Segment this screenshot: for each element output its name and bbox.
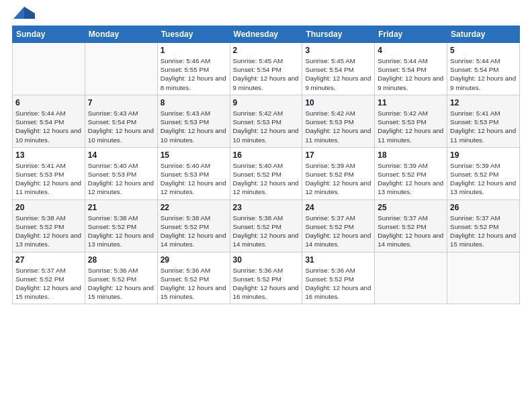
day-info: Sunrise: 5:36 AM Sunset: 5:52 PM Dayligh… bbox=[161, 266, 227, 302]
day-number: 8 bbox=[161, 98, 227, 107]
day-info: Sunrise: 5:46 AM Sunset: 5:55 PM Dayligh… bbox=[161, 56, 227, 92]
day-info: Sunrise: 5:40 AM Sunset: 5:52 PM Dayligh… bbox=[233, 161, 300, 197]
day-number: 12 bbox=[450, 98, 517, 107]
calendar-cell: 8Sunrise: 5:43 AM Sunset: 5:53 PM Daylig… bbox=[157, 95, 230, 147]
day-info: Sunrise: 5:43 AM Sunset: 5:53 PM Dayligh… bbox=[161, 109, 227, 144]
day-number: 26 bbox=[450, 203, 517, 212]
calendar-cell: 29Sunrise: 5:36 AM Sunset: 5:52 PM Dayli… bbox=[157, 252, 230, 304]
calendar-cell: 4Sunrise: 5:44 AM Sunset: 5:54 PM Daylig… bbox=[375, 43, 447, 95]
day-info: Sunrise: 5:37 AM Sunset: 5:52 PM Dayligh… bbox=[15, 266, 82, 302]
calendar-cell: 23Sunrise: 5:38 AM Sunset: 5:52 PM Dayli… bbox=[230, 199, 302, 252]
day-info: Sunrise: 5:42 AM Sunset: 5:53 PM Dayligh… bbox=[305, 109, 371, 144]
day-number: 6 bbox=[15, 98, 82, 107]
calendar-table: SundayMondayTuesdayWednesdayThursdayFrid… bbox=[12, 26, 520, 304]
day-number: 20 bbox=[15, 203, 82, 212]
calendar-cell: 9Sunrise: 5:42 AM Sunset: 5:53 PM Daylig… bbox=[230, 95, 302, 147]
day-number: 30 bbox=[233, 255, 300, 265]
day-info: Sunrise: 5:41 AM Sunset: 5:53 PM Dayligh… bbox=[15, 161, 82, 197]
day-number: 3 bbox=[305, 46, 371, 55]
day-number: 14 bbox=[88, 150, 154, 160]
calendar-week-3: 13Sunrise: 5:41 AM Sunset: 5:53 PM Dayli… bbox=[13, 147, 520, 199]
calendar-cell: 3Sunrise: 5:45 AM Sunset: 5:54 PM Daylig… bbox=[302, 43, 375, 95]
calendar-cell: 22Sunrise: 5:38 AM Sunset: 5:52 PM Dayli… bbox=[157, 199, 230, 252]
calendar-cell bbox=[447, 252, 520, 304]
weekday-header-saturday: Saturday bbox=[447, 26, 520, 43]
calendar-cell: 21Sunrise: 5:38 AM Sunset: 5:52 PM Dayli… bbox=[85, 199, 157, 252]
calendar-week-4: 20Sunrise: 5:38 AM Sunset: 5:52 PM Dayli… bbox=[13, 199, 520, 252]
calendar-cell: 20Sunrise: 5:38 AM Sunset: 5:52 PM Dayli… bbox=[13, 199, 85, 252]
page: SundayMondayTuesdayWednesdayThursdayFrid… bbox=[0, 0, 532, 411]
day-number: 2 bbox=[233, 46, 300, 55]
calendar-week-5: 27Sunrise: 5:37 AM Sunset: 5:52 PM Dayli… bbox=[13, 252, 520, 304]
day-info: Sunrise: 5:45 AM Sunset: 5:54 PM Dayligh… bbox=[233, 56, 300, 92]
calendar-cell: 25Sunrise: 5:37 AM Sunset: 5:52 PM Dayli… bbox=[375, 199, 447, 252]
weekday-header-friday: Friday bbox=[375, 26, 447, 43]
day-number: 28 bbox=[88, 255, 154, 265]
calendar-cell bbox=[375, 252, 447, 304]
calendar-cell: 6Sunrise: 5:44 AM Sunset: 5:54 PM Daylig… bbox=[13, 95, 85, 147]
day-number: 22 bbox=[161, 203, 227, 212]
day-number: 9 bbox=[233, 98, 300, 107]
calendar-cell: 7Sunrise: 5:43 AM Sunset: 5:54 PM Daylig… bbox=[85, 95, 157, 147]
logo bbox=[12, 12, 35, 19]
day-info: Sunrise: 5:45 AM Sunset: 5:54 PM Dayligh… bbox=[305, 56, 371, 92]
day-number: 24 bbox=[305, 203, 371, 212]
day-info: Sunrise: 5:44 AM Sunset: 5:54 PM Dayligh… bbox=[378, 56, 444, 92]
calendar-cell: 26Sunrise: 5:37 AM Sunset: 5:52 PM Dayli… bbox=[447, 199, 520, 252]
calendar-cell: 16Sunrise: 5:40 AM Sunset: 5:52 PM Dayli… bbox=[230, 147, 302, 199]
day-info: Sunrise: 5:39 AM Sunset: 5:52 PM Dayligh… bbox=[450, 161, 517, 197]
day-number: 10 bbox=[305, 98, 371, 107]
header bbox=[12, 12, 520, 19]
day-number: 11 bbox=[378, 98, 444, 107]
day-number: 17 bbox=[305, 150, 371, 160]
day-info: Sunrise: 5:36 AM Sunset: 5:52 PM Dayligh… bbox=[233, 266, 300, 302]
calendar-cell: 19Sunrise: 5:39 AM Sunset: 5:52 PM Dayli… bbox=[447, 147, 520, 199]
calendar-cell: 1Sunrise: 5:46 AM Sunset: 5:55 PM Daylig… bbox=[157, 43, 230, 95]
calendar-cell: 12Sunrise: 5:41 AM Sunset: 5:53 PM Dayli… bbox=[447, 95, 520, 147]
day-info: Sunrise: 5:39 AM Sunset: 5:52 PM Dayligh… bbox=[378, 161, 444, 197]
calendar-cell: 18Sunrise: 5:39 AM Sunset: 5:52 PM Dayli… bbox=[375, 147, 447, 199]
day-number: 1 bbox=[161, 46, 227, 55]
day-number: 18 bbox=[378, 150, 444, 160]
calendar-cell: 30Sunrise: 5:36 AM Sunset: 5:52 PM Dayli… bbox=[230, 252, 302, 304]
day-info: Sunrise: 5:37 AM Sunset: 5:52 PM Dayligh… bbox=[450, 214, 517, 249]
day-number: 7 bbox=[88, 98, 154, 107]
day-info: Sunrise: 5:38 AM Sunset: 5:52 PM Dayligh… bbox=[161, 214, 227, 249]
weekday-header-thursday: Thursday bbox=[302, 26, 375, 43]
weekday-header-tuesday: Tuesday bbox=[157, 26, 230, 43]
calendar-cell bbox=[13, 43, 85, 95]
day-info: Sunrise: 5:40 AM Sunset: 5:53 PM Dayligh… bbox=[88, 161, 154, 197]
day-number: 31 bbox=[305, 255, 371, 265]
weekday-header-wednesday: Wednesday bbox=[230, 26, 302, 43]
day-info: Sunrise: 5:42 AM Sunset: 5:53 PM Dayligh… bbox=[378, 109, 444, 144]
calendar-cell bbox=[85, 43, 157, 95]
calendar-cell: 2Sunrise: 5:45 AM Sunset: 5:54 PM Daylig… bbox=[230, 43, 302, 95]
day-info: Sunrise: 5:38 AM Sunset: 5:52 PM Dayligh… bbox=[233, 214, 300, 249]
day-number: 5 bbox=[450, 46, 517, 55]
calendar-cell: 13Sunrise: 5:41 AM Sunset: 5:53 PM Dayli… bbox=[13, 147, 85, 199]
day-number: 15 bbox=[161, 150, 227, 160]
day-info: Sunrise: 5:36 AM Sunset: 5:52 PM Dayligh… bbox=[88, 266, 154, 302]
calendar-cell: 27Sunrise: 5:37 AM Sunset: 5:52 PM Dayli… bbox=[13, 252, 85, 304]
calendar-cell: 14Sunrise: 5:40 AM Sunset: 5:53 PM Dayli… bbox=[85, 147, 157, 199]
calendar-cell: 10Sunrise: 5:42 AM Sunset: 5:53 PM Dayli… bbox=[302, 95, 375, 147]
day-number: 25 bbox=[378, 203, 444, 212]
calendar-cell: 15Sunrise: 5:40 AM Sunset: 5:53 PM Dayli… bbox=[157, 147, 230, 199]
day-number: 16 bbox=[233, 150, 300, 160]
day-info: Sunrise: 5:37 AM Sunset: 5:52 PM Dayligh… bbox=[305, 214, 371, 249]
day-number: 27 bbox=[15, 255, 82, 265]
day-number: 29 bbox=[161, 255, 227, 265]
day-info: Sunrise: 5:42 AM Sunset: 5:53 PM Dayligh… bbox=[233, 109, 300, 144]
calendar-week-1: 1Sunrise: 5:46 AM Sunset: 5:55 PM Daylig… bbox=[13, 43, 520, 95]
day-number: 21 bbox=[88, 203, 154, 212]
calendar-cell: 28Sunrise: 5:36 AM Sunset: 5:52 PM Dayli… bbox=[85, 252, 157, 304]
day-number: 4 bbox=[378, 46, 444, 55]
day-info: Sunrise: 5:36 AM Sunset: 5:52 PM Dayligh… bbox=[305, 266, 371, 302]
day-info: Sunrise: 5:38 AM Sunset: 5:52 PM Dayligh… bbox=[88, 214, 154, 249]
day-info: Sunrise: 5:44 AM Sunset: 5:54 PM Dayligh… bbox=[15, 109, 82, 144]
day-info: Sunrise: 5:38 AM Sunset: 5:52 PM Dayligh… bbox=[15, 214, 82, 249]
day-info: Sunrise: 5:40 AM Sunset: 5:53 PM Dayligh… bbox=[161, 161, 227, 197]
svg-marker-1 bbox=[24, 7, 35, 19]
calendar-header-row: SundayMondayTuesdayWednesdayThursdayFrid… bbox=[13, 26, 520, 43]
day-info: Sunrise: 5:44 AM Sunset: 5:54 PM Dayligh… bbox=[450, 56, 517, 92]
